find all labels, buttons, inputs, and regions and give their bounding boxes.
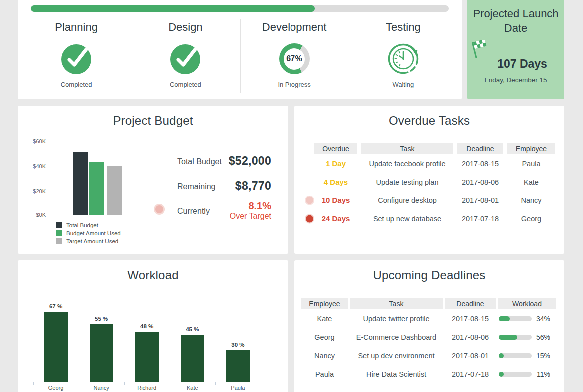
workload-category-label: Paula bbox=[218, 385, 258, 391]
legend-item: Budget Amount Used bbox=[56, 229, 121, 237]
phase-column: Planning Completed bbox=[22, 18, 131, 95]
budget-stat-value: $52,000 bbox=[229, 154, 271, 168]
check-circle-icon bbox=[169, 43, 201, 75]
donut-percent-label: 67% bbox=[284, 48, 305, 70]
legend-label: Budget Amount Used bbox=[66, 230, 121, 236]
overdue-days-text: 24 Days bbox=[322, 214, 350, 223]
overdue-days-text: 4 Days bbox=[324, 178, 348, 186]
workload-progress-fill bbox=[499, 316, 510, 321]
workload-bar bbox=[44, 312, 68, 382]
overdue-table-row: 4 Days Update testing plan 2017-08-06 Ka… bbox=[314, 173, 555, 191]
workload-bar-value: 67 % bbox=[41, 303, 71, 309]
deadline-cell: 2017-07-18 bbox=[457, 215, 503, 223]
deadline-cell: 2017-08-01 bbox=[445, 352, 496, 360]
workload-percent-label: 11% bbox=[537, 370, 550, 378]
legend-label: Target Amount Used bbox=[66, 238, 118, 244]
workload-progress-pill bbox=[499, 316, 532, 321]
column-header: Workload bbox=[498, 298, 556, 309]
column-header: Employee bbox=[301, 298, 348, 309]
task-cell: Set up dev environment bbox=[350, 352, 443, 360]
budget-stat-label: Remaining bbox=[177, 182, 215, 191]
workload-bar-value: 30 % bbox=[223, 342, 253, 348]
workload-category-label: Richard bbox=[127, 385, 167, 391]
project-phases-panel: Planning Completed Design Completed Deve… bbox=[18, 0, 462, 99]
column-header: Deadline bbox=[445, 298, 496, 309]
deadline-table-row: Georg E-Commerce Dashboard 2017-08-06 56… bbox=[301, 328, 556, 346]
deadlines-table-body: Kate Update twitter profile 2017-08-15 3… bbox=[301, 309, 556, 383]
overdue-days-text: 10 Days bbox=[322, 196, 350, 204]
deadline-cell: 2017-08-06 bbox=[445, 333, 496, 341]
overdue-days-text: 1 Day bbox=[326, 159, 346, 168]
task-cell: Configure desktop bbox=[361, 196, 453, 204]
employee-cell: Georg bbox=[507, 215, 555, 223]
legend-label: Total Budget bbox=[66, 222, 98, 228]
overdue-table-body: 1 Day Update facebook profile 2017-08-15… bbox=[314, 154, 555, 228]
workload-bar bbox=[181, 335, 204, 382]
phase-status-label: In Progress bbox=[278, 81, 310, 88]
overdue-severity-dot-icon bbox=[305, 214, 314, 223]
task-cell: Update testing plan bbox=[361, 178, 453, 186]
overdue-days-cell: 1 Day bbox=[314, 159, 357, 168]
phase-status-label: Completed bbox=[61, 81, 92, 88]
employee-cell: Kate bbox=[301, 315, 348, 323]
workload-bar bbox=[226, 350, 250, 382]
workload-percent-label: 15% bbox=[536, 352, 550, 360]
overdue-severity-dot-icon bbox=[305, 196, 314, 205]
project-dashboard: Planning Completed Design Completed Deve… bbox=[0, 0, 583, 392]
x-axis-tick bbox=[124, 382, 125, 385]
deadlines-table-header: EmployeeTaskDeadlineWorkload bbox=[301, 298, 556, 309]
workload-percent-label: 56% bbox=[536, 333, 550, 341]
column-header: Employee bbox=[507, 143, 555, 154]
workload-progress-fill bbox=[499, 372, 504, 377]
workload-panel-title: Workload bbox=[18, 268, 288, 282]
budget-bar bbox=[89, 162, 104, 215]
budget-bar bbox=[107, 166, 122, 215]
legend-swatch bbox=[56, 238, 62, 244]
days-remaining: 107 Days bbox=[482, 57, 562, 71]
budget-stat-value: $8,770 bbox=[235, 179, 271, 193]
budget-y-tick: $40K bbox=[23, 163, 46, 169]
currently-label: Currently bbox=[177, 207, 210, 216]
phase-status-icon: 67% bbox=[279, 43, 310, 75]
deadlines-table: EmployeeTaskDeadlineWorkload Kate Update… bbox=[301, 298, 556, 383]
workload-percent-label: 34% bbox=[536, 315, 550, 323]
phase-column: Development 67% In Progress bbox=[240, 18, 349, 95]
column-header: Task bbox=[361, 143, 453, 154]
workload-cell: 15% bbox=[498, 352, 556, 360]
workload-panel: Workload 67 %Georg55 %Nancy48 %Richard45… bbox=[18, 260, 288, 392]
progress-donut: 67% bbox=[279, 43, 310, 74]
employee-cell: Paula bbox=[301, 370, 348, 378]
budget-stat-label: Total Budget bbox=[177, 157, 222, 166]
workload-cell: 11% bbox=[498, 370, 556, 378]
workload-bar-value: 55 % bbox=[86, 316, 116, 322]
overdue-tasks-panel: Overdue Tasks OverdueTaskDeadlineEmploye… bbox=[294, 106, 564, 254]
workload-bar bbox=[135, 332, 159, 382]
x-axis-tick bbox=[79, 382, 79, 385]
budget-legend: Total BudgetBudget Amount UsedTarget Amo… bbox=[56, 221, 121, 245]
overdue-days-cell: 24 Days bbox=[314, 214, 357, 223]
workload-cell: 56% bbox=[498, 333, 556, 341]
deadline-table-row: Kate Update twitter profile 2017-08-15 3… bbox=[301, 309, 556, 328]
task-cell: Hire Data Scientist bbox=[350, 370, 443, 378]
employee-cell: Paula bbox=[507, 160, 555, 168]
workload-cell: 34% bbox=[498, 315, 556, 323]
overall-progress-bar bbox=[31, 5, 449, 12]
deadline-cell: 2017-07-18 bbox=[445, 370, 496, 378]
task-cell: E-Commerce Dashboard bbox=[350, 333, 443, 341]
overdue-panel-title: Overdue Tasks bbox=[294, 114, 564, 128]
phase-title: Planning bbox=[55, 21, 98, 34]
employee-cell: Nancy bbox=[507, 196, 555, 204]
budget-panel-title: Project Budget bbox=[18, 114, 288, 128]
column-header: Overdue bbox=[314, 143, 357, 154]
workload-progress-fill bbox=[499, 335, 517, 340]
x-axis-tick bbox=[215, 382, 216, 385]
legend-item: Target Amount Used bbox=[56, 237, 121, 245]
launch-date: Friday, December 15 bbox=[467, 76, 564, 84]
projected-launch-panel: Projected Launch Date 107 Days Friday, D… bbox=[467, 0, 564, 99]
budget-y-tick: $60K bbox=[23, 138, 46, 144]
column-header: Task bbox=[350, 298, 443, 309]
phase-columns: Planning Completed Design Completed Deve… bbox=[22, 18, 458, 95]
workload-progress-pill bbox=[499, 372, 532, 377]
overdue-table-row: 24 Days Set up new database 2017-07-18 G… bbox=[314, 209, 555, 228]
workload-progress-fill bbox=[499, 353, 504, 358]
